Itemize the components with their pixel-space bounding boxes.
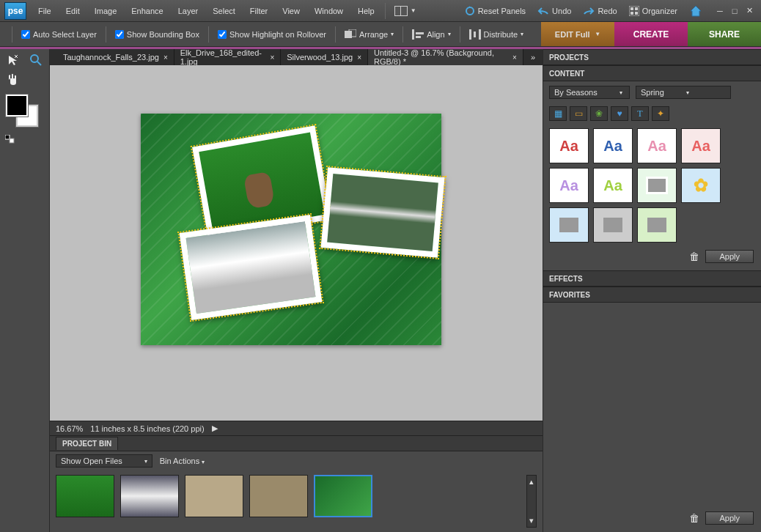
canvas-area[interactable] bbox=[50, 65, 543, 421]
foreground-color[interactable] bbox=[6, 95, 28, 117]
gallery-item[interactable]: ✿ bbox=[681, 168, 721, 203]
document-tab[interactable]: Untitled-3 @ 16.7% (Background, RGB/8) *… bbox=[368, 49, 523, 65]
content-filter-shapes-icon[interactable]: ♥ bbox=[611, 106, 628, 121]
status-more-icon[interactable]: ▶ bbox=[212, 424, 218, 433]
content-filter-value[interactable]: Spring bbox=[636, 86, 731, 99]
menu-help[interactable]: Help bbox=[350, 0, 382, 21]
trash-icon[interactable]: 🗑 bbox=[689, 512, 699, 524]
project-bin-header[interactable]: PROJECT BIN bbox=[56, 437, 118, 450]
projects-panel-header[interactable]: PROJECTS bbox=[543, 49, 761, 65]
menu-image[interactable]: Image bbox=[87, 0, 125, 21]
gallery-item[interactable] bbox=[593, 207, 633, 243]
tabs-overflow[interactable]: » bbox=[523, 49, 543, 65]
show-bounding-box-checkbox[interactable]: Show Bounding Box bbox=[109, 30, 205, 39]
distribute-button[interactable]: Distribute▾ bbox=[463, 29, 529, 40]
svg-rect-11 bbox=[412, 29, 414, 40]
content-apply-button[interactable]: Apply bbox=[705, 250, 754, 263]
highlight-rollover-checkbox[interactable]: Show Highlight on Rollover bbox=[212, 30, 332, 39]
menu-window[interactable]: Window bbox=[307, 0, 350, 21]
content-filter-text-icon[interactable]: T bbox=[631, 106, 649, 121]
minimize-button[interactable]: ─ bbox=[716, 7, 724, 15]
home-icon bbox=[689, 4, 702, 18]
favorites-panel-header[interactable]: FAVORITES bbox=[543, 287, 761, 303]
bin-scrollbar[interactable]: ▴▾ bbox=[526, 475, 537, 528]
document-tab[interactable]: Taughannock_Falls_23.jpg× bbox=[57, 49, 174, 65]
close-tab-icon[interactable]: × bbox=[163, 53, 168, 62]
gallery-item[interactable]: Aa bbox=[549, 168, 589, 203]
arrange-button[interactable]: Arrange▾ bbox=[339, 29, 400, 40]
content-gallery: Aa Aa Aa Aa Aa Aa ✿ bbox=[549, 124, 755, 247]
close-tab-icon[interactable]: × bbox=[512, 53, 517, 62]
svg-rect-5 bbox=[631, 7, 633, 10]
mode-create-tab[interactable]: CREATE bbox=[614, 22, 688, 46]
content-filter-themes-icon[interactable]: ✦ bbox=[652, 106, 669, 121]
align-button[interactable]: Align▾ bbox=[406, 29, 456, 40]
home-button[interactable] bbox=[683, 0, 708, 21]
menu-enhance[interactable]: Enhance bbox=[124, 0, 170, 21]
content-filter-graphics-icon[interactable]: ❀ bbox=[590, 106, 608, 121]
gallery-item[interactable]: Aa bbox=[549, 128, 589, 163]
zoom-tool[interactable] bbox=[26, 52, 47, 68]
close-tab-icon[interactable]: × bbox=[357, 53, 361, 62]
placed-photo[interactable] bbox=[321, 167, 445, 258]
effects-panel-header[interactable]: EFFECTS bbox=[543, 270, 761, 287]
hand-tool[interactable] bbox=[3, 71, 23, 87]
favorites-apply-button[interactable]: Apply bbox=[705, 511, 754, 525]
svg-rect-2 bbox=[401, 7, 407, 15]
bin-thumb[interactable] bbox=[56, 475, 114, 517]
document-canvas[interactable] bbox=[141, 114, 441, 345]
svg-point-3 bbox=[466, 7, 474, 15]
menu-layer[interactable]: Layer bbox=[171, 0, 206, 21]
gallery-item[interactable] bbox=[637, 168, 677, 203]
bin-thumb[interactable] bbox=[185, 475, 243, 517]
auto-select-layer-checkbox[interactable]: Auto Select Layer bbox=[15, 30, 103, 39]
close-tab-icon[interactable]: × bbox=[270, 53, 274, 62]
content-filter-type[interactable]: By Seasons bbox=[549, 86, 630, 99]
svg-rect-1 bbox=[395, 7, 400, 15]
color-swatches[interactable] bbox=[6, 95, 41, 130]
bin-actions-button[interactable]: Bin Actions ▾ bbox=[160, 457, 205, 465]
bin-thumb[interactable] bbox=[314, 475, 372, 517]
gallery-item[interactable]: Aa bbox=[593, 128, 633, 163]
content-filter-backgrounds-icon[interactable]: ▦ bbox=[549, 106, 567, 121]
close-button[interactable]: ✕ bbox=[745, 7, 754, 15]
layout-picker[interactable]: ▼ bbox=[389, 0, 422, 21]
mode-edit-tab[interactable]: EDIT Full ▼ bbox=[541, 22, 614, 46]
gallery-item[interactable]: Aa bbox=[593, 168, 633, 203]
trash-icon[interactable]: 🗑 bbox=[689, 251, 699, 262]
organizer-button[interactable]: Organizer bbox=[623, 0, 683, 21]
document-tab[interactable]: Elk_Drive_168_edited-1.jpg× bbox=[174, 49, 282, 65]
bin-show-select[interactable]: Show Open Files bbox=[56, 454, 152, 468]
reset-panels-button[interactable]: Reset Panels bbox=[459, 0, 532, 21]
redo-button[interactable]: Redo bbox=[577, 0, 622, 21]
content-panel-header[interactable]: CONTENT bbox=[543, 65, 761, 81]
svg-rect-8 bbox=[635, 12, 638, 15]
maximize-button[interactable]: □ bbox=[730, 7, 739, 15]
zoom-level[interactable]: 16.67% bbox=[56, 424, 83, 433]
gallery-item[interactable] bbox=[549, 207, 589, 243]
bin-thumb[interactable] bbox=[249, 475, 308, 517]
gallery-item[interactable]: Aa bbox=[681, 128, 721, 163]
gallery-item[interactable]: Aa bbox=[637, 128, 677, 163]
document-tabs: Taughannock_Falls_23.jpg× Elk_Drive_168_… bbox=[50, 49, 543, 65]
redo-icon bbox=[583, 7, 595, 15]
placed-photo[interactable] bbox=[180, 215, 323, 320]
document-tab[interactable]: Silverwood_13.jpg× bbox=[281, 49, 368, 65]
move-tool[interactable] bbox=[3, 52, 23, 68]
menu-file[interactable]: File bbox=[31, 0, 59, 21]
svg-rect-20 bbox=[10, 138, 14, 143]
menu-view[interactable]: View bbox=[275, 0, 307, 21]
undo-button[interactable]: Undo bbox=[532, 0, 577, 21]
swap-colors-icon[interactable] bbox=[3, 134, 18, 144]
undo-icon bbox=[537, 7, 549, 15]
organizer-icon bbox=[629, 6, 639, 16]
bin-thumb[interactable] bbox=[120, 475, 179, 517]
menu-filter[interactable]: Filter bbox=[243, 0, 275, 21]
menu-edit[interactable]: Edit bbox=[59, 0, 87, 21]
gallery-item[interactable] bbox=[637, 207, 677, 243]
menu-select[interactable]: Select bbox=[205, 0, 243, 21]
svg-rect-12 bbox=[416, 32, 424, 34]
content-filter-frames-icon[interactable]: ▭ bbox=[570, 106, 587, 121]
mode-share-tab[interactable]: SHARE bbox=[688, 22, 761, 46]
svg-rect-19 bbox=[5, 135, 10, 139]
